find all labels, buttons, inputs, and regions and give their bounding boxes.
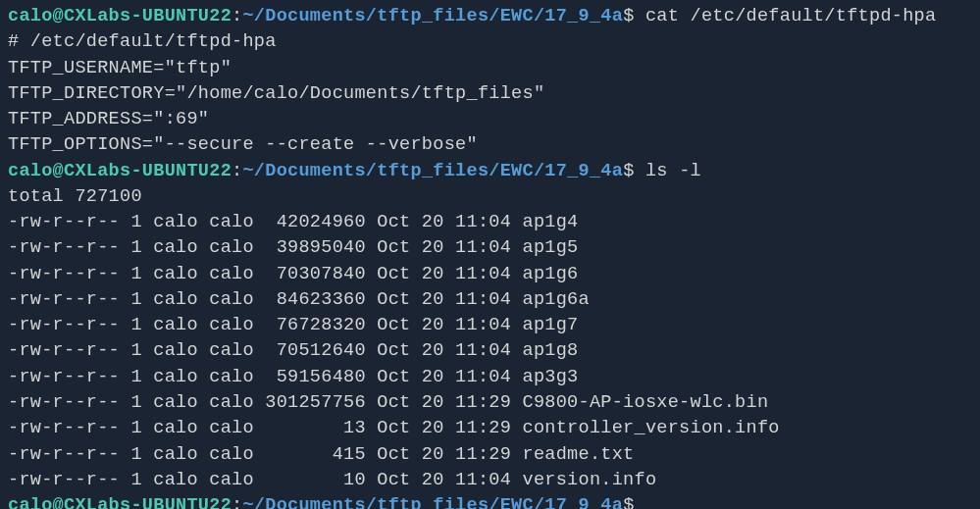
cat-output-line: TFTP_USERNAME="tftp" bbox=[8, 56, 972, 81]
command-text bbox=[635, 6, 645, 26]
ls-row: -rw-r--r-- 1 calo calo 76728320 Oct 20 1… bbox=[8, 313, 972, 338]
ls-row: -rw-r--r-- 1 calo calo 70512640 Oct 20 1… bbox=[8, 338, 972, 364]
prompt-line-1: calo@CXLabs-UBUNTU22:~/Documents/tftp_fi… bbox=[8, 4, 972, 29]
ls-row: -rw-r--r-- 1 calo calo 42024960 Oct 20 1… bbox=[8, 210, 972, 235]
cat-output-line: TFTP_OPTIONS="--secure --create --verbos… bbox=[8, 132, 972, 158]
colon: : bbox=[232, 161, 242, 181]
prompt-line-3: calo@CXLabs-UBUNTU22:~/Documents/tftp_fi… bbox=[8, 493, 972, 509]
cwd-path: ~/Documents/tftp_files/EWC/17_9_4a bbox=[242, 161, 623, 181]
cat-output-line: TFTP_ADDRESS=":69" bbox=[8, 107, 972, 132]
colon: : bbox=[232, 6, 242, 26]
ls-row: -rw-r--r-- 1 calo calo 415 Oct 20 11:29 … bbox=[8, 442, 972, 468]
ls-row: -rw-r--r-- 1 calo calo 59156480 Oct 20 1… bbox=[8, 365, 972, 390]
prompt-line-2: calo@CXLabs-UBUNTU22:~/Documents/tftp_fi… bbox=[8, 159, 972, 184]
colon: : bbox=[232, 495, 242, 509]
prompt-symbol: $ bbox=[623, 6, 634, 26]
cwd-path: ~/Documents/tftp_files/EWC/17_9_4a bbox=[242, 6, 623, 26]
ls-row: -rw-r--r-- 1 calo calo 10 Oct 20 11:04 v… bbox=[8, 468, 972, 493]
user-host: calo@CXLabs-UBUNTU22 bbox=[8, 6, 232, 26]
ls-row: -rw-r--r-- 1 calo calo 301257756 Oct 20 … bbox=[8, 390, 972, 416]
prompt-symbol: $ bbox=[623, 495, 634, 509]
ls-total: total 727100 bbox=[8, 184, 972, 210]
ls-row: -rw-r--r-- 1 calo calo 84623360 Oct 20 1… bbox=[8, 287, 972, 313]
command-text bbox=[635, 161, 645, 181]
user-host: calo@CXLabs-UBUNTU22 bbox=[8, 495, 232, 509]
ls-row: -rw-r--r-- 1 calo calo 39895040 Oct 20 1… bbox=[8, 235, 972, 261]
command-text: ls -l bbox=[645, 161, 701, 181]
cwd-path: ~/Documents/tftp_files/EWC/17_9_4a bbox=[242, 495, 623, 509]
ls-row: -rw-r--r-- 1 calo calo 70307840 Oct 20 1… bbox=[8, 262, 972, 287]
ls-row: -rw-r--r-- 1 calo calo 13 Oct 20 11:29 c… bbox=[8, 416, 972, 441]
cat-output-line: TFTP_DIRECTORY="/home/calo/Documents/tft… bbox=[8, 81, 972, 107]
prompt-symbol: $ bbox=[623, 161, 634, 181]
terminal[interactable]: calo@CXLabs-UBUNTU22:~/Documents/tftp_fi… bbox=[8, 4, 972, 509]
command-text: cat /etc/default/tftpd-hpa bbox=[645, 6, 936, 26]
cat-output-line: # /etc/default/tftpd-hpa bbox=[8, 29, 972, 55]
user-host: calo@CXLabs-UBUNTU22 bbox=[8, 161, 232, 181]
ls-listing: -rw-r--r-- 1 calo calo 42024960 Oct 20 1… bbox=[8, 210, 972, 493]
